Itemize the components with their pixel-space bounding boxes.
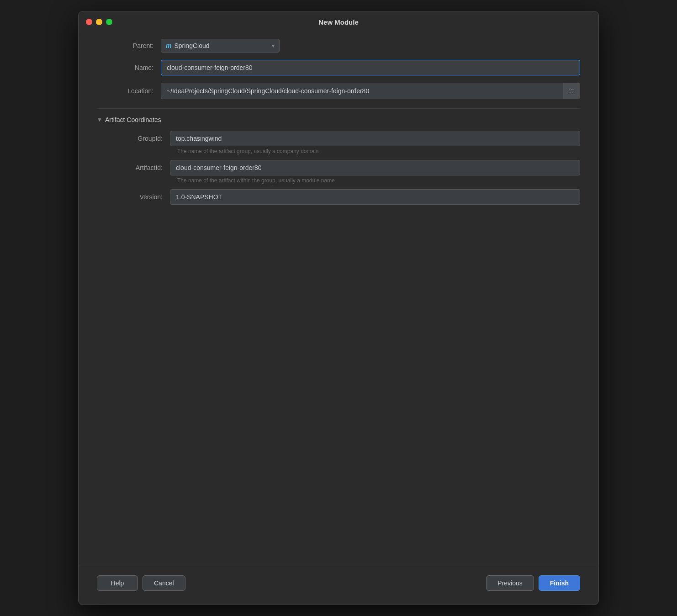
parent-row: Parent: m SpringCloud ▼	[97, 39, 580, 53]
folder-browse-button[interactable]: 🗂	[563, 83, 580, 99]
name-input[interactable]	[161, 60, 580, 75]
footer-right-buttons: Previous Finish	[486, 575, 580, 591]
artifactid-label: ArtifactId:	[106, 160, 170, 171]
chevron-down-icon: ▼	[271, 43, 275, 48]
artifactid-row: ArtifactId:	[106, 160, 580, 175]
finish-button[interactable]: Finish	[539, 575, 580, 591]
groupid-row: GroupId:	[106, 131, 580, 146]
minimize-button[interactable]	[96, 19, 102, 25]
close-button[interactable]	[86, 19, 92, 25]
groupid-field-wrapper	[170, 131, 580, 146]
groupid-hint: The name of the artifact group, usually …	[106, 148, 580, 154]
maximize-button[interactable]	[106, 19, 112, 25]
artifact-section-title: Artifact Coordinates	[105, 116, 161, 123]
artifactid-field-wrapper	[170, 160, 580, 175]
groupid-label: GroupId:	[106, 131, 170, 142]
artifactid-hint: The name of the artifact within the grou…	[106, 177, 580, 184]
new-module-dialog: New Module Parent: m SpringCloud ▼ Name:…	[78, 11, 599, 605]
maven-icon: m	[166, 42, 171, 49]
name-label: Name:	[97, 64, 161, 71]
location-input[interactable]	[161, 84, 563, 98]
titlebar: New Module	[79, 11, 598, 30]
footer-left-buttons: Help Cancel	[97, 575, 185, 591]
name-field	[161, 60, 580, 75]
collapse-toggle-icon[interactable]: ▼	[97, 117, 102, 123]
parent-label: Parent:	[97, 42, 161, 49]
dialog-title: New Module	[318, 18, 359, 26]
cancel-button[interactable]: Cancel	[143, 575, 185, 591]
dialog-footer: Help Cancel Previous Finish	[79, 566, 598, 605]
version-field-wrapper	[170, 189, 580, 205]
version-row: Version:	[106, 189, 580, 205]
version-input[interactable]	[170, 189, 580, 205]
parent-select[interactable]: m SpringCloud ▼	[161, 39, 280, 53]
divider	[97, 108, 580, 109]
artifact-section-content: GroupId: The name of the artifact group,…	[97, 131, 580, 205]
parent-select-value: SpringCloud	[174, 42, 209, 49]
artifact-section-header: ▼ Artifact Coordinates	[97, 116, 580, 123]
artifactid-input[interactable]	[170, 160, 580, 175]
folder-icon: 🗂	[568, 87, 575, 95]
location-label: Location:	[97, 87, 161, 95]
version-label: Version:	[106, 189, 170, 201]
location-row: Location: 🗂	[97, 83, 580, 99]
name-row: Name:	[97, 60, 580, 75]
traffic-lights	[86, 19, 112, 25]
help-button[interactable]: Help	[97, 575, 138, 591]
groupid-input[interactable]	[170, 131, 580, 146]
parent-field: m SpringCloud ▼	[161, 39, 580, 53]
location-field-wrapper: 🗂	[161, 83, 580, 99]
previous-button[interactable]: Previous	[486, 575, 534, 591]
dialog-body: Parent: m SpringCloud ▼ Name: Location:	[79, 30, 598, 566]
